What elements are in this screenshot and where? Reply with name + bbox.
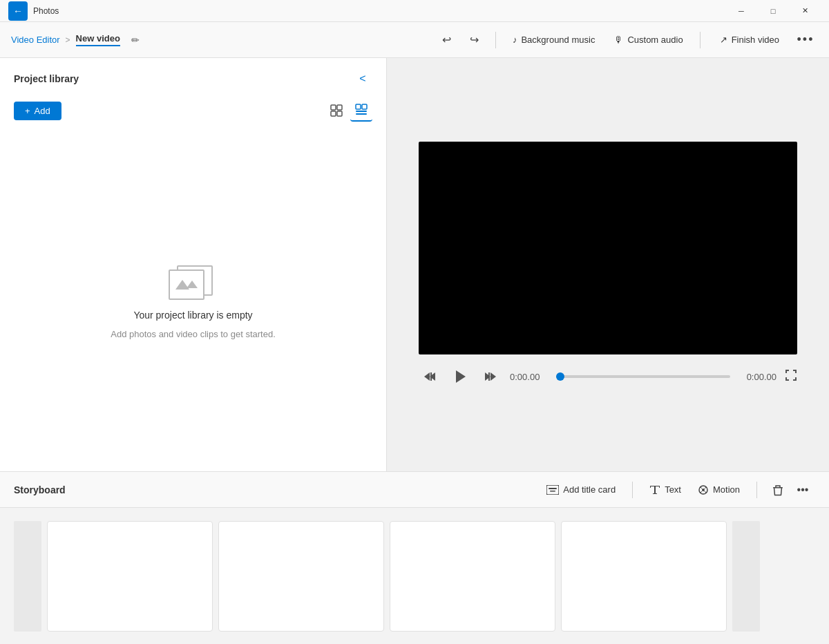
- list-icon: [355, 104, 368, 116]
- forward-icon: [484, 370, 497, 383]
- text-button[interactable]: Text: [641, 480, 689, 500]
- maximize-icon: □: [771, 7, 776, 15]
- svg-rect-6: [356, 111, 367, 112]
- storyboard-placeholder-right: [732, 521, 760, 632]
- add-media-button[interactable]: + Add: [14, 102, 61, 120]
- svg-rect-5: [362, 104, 367, 109]
- storyboard-more-button[interactable]: •••: [790, 477, 815, 502]
- storyboard-title: Storyboard: [14, 484, 66, 495]
- background-music-label: Background music: [521, 35, 595, 45]
- add-title-card-button[interactable]: Add title card: [538, 480, 624, 499]
- storyboard-card-4[interactable]: [561, 521, 727, 632]
- undo-icon: ↩: [442, 33, 451, 46]
- preview-panel: 0:00.00 0:00.00: [387, 58, 829, 471]
- svg-marker-12: [490, 372, 496, 381]
- svg-rect-2: [331, 111, 336, 116]
- breadcrumb-parent[interactable]: Video Editor: [11, 35, 60, 45]
- audio-icon: 🎙: [614, 35, 623, 45]
- minimize-button[interactable]: ─: [725, 0, 757, 22]
- custom-audio-label: Custom audio: [627, 35, 683, 45]
- storyboard-more-icon: •••: [797, 484, 809, 496]
- view-toggle: [325, 100, 372, 122]
- storyboard-card-3[interactable]: [390, 521, 555, 632]
- toolbar-actions: ↩ ↪ ♪ Background music 🎙 Custom audio ↗ …: [435, 28, 818, 53]
- add-label: Add: [35, 106, 50, 116]
- empty-state-title: Your project library is empty: [133, 310, 252, 321]
- finish-video-button[interactable]: ↗ Finish video: [709, 30, 790, 49]
- rewind-button[interactable]: [419, 366, 441, 388]
- video-preview: [419, 142, 797, 354]
- svg-rect-3: [337, 111, 342, 116]
- svg-rect-7: [356, 113, 367, 115]
- motion-label: Motion: [713, 484, 740, 495]
- storyboard-panel: Storyboard Add title card Text Motion: [0, 471, 829, 644]
- list-view-button[interactable]: [350, 100, 372, 122]
- library-empty-state: Your project library is empty Add photos…: [0, 130, 386, 471]
- title-bar: ← Photos ─ □ ✕: [0, 0, 829, 22]
- collapse-icon: <: [359, 73, 365, 85]
- svg-rect-0: [331, 105, 336, 110]
- progress-bar[interactable]: [556, 375, 730, 378]
- progress-thumb: [556, 372, 564, 381]
- toolbar: Video Editor > New video ✏ ↩ ↪ ♪ Backgro…: [0, 22, 829, 58]
- title-card-icon: [546, 485, 559, 495]
- maximize-button[interactable]: □: [757, 0, 789, 22]
- rewind-icon: [423, 370, 437, 383]
- more-icon: •••: [797, 32, 814, 47]
- fullscreen-button[interactable]: [785, 369, 797, 384]
- storyboard-divider-2: [756, 482, 757, 498]
- storyboard-divider-1: [632, 482, 633, 498]
- time-total: 0:00.00: [739, 372, 776, 382]
- svg-rect-17: [550, 491, 555, 492]
- breadcrumb: Video Editor > New video ✏: [11, 33, 140, 46]
- project-library-panel: Project library < + Add: [0, 58, 387, 471]
- app-name: Photos: [33, 6, 59, 16]
- text-label: Text: [665, 484, 681, 495]
- library-title: Project library: [14, 73, 79, 84]
- back-button[interactable]: ←: [8, 1, 28, 21]
- background-music-button[interactable]: ♪ Background music: [504, 30, 603, 49]
- grid-view-button[interactable]: [325, 100, 347, 122]
- motion-button[interactable]: Motion: [689, 480, 748, 500]
- time-current: 0:00.00: [510, 372, 548, 382]
- mountain-icon-right: [187, 281, 198, 288]
- svg-marker-11: [456, 370, 466, 383]
- toolbar-divider-1: [495, 32, 496, 48]
- custom-audio-button[interactable]: 🎙 Custom audio: [606, 30, 691, 49]
- play-button[interactable]: [449, 366, 471, 388]
- redo-button[interactable]: ↪: [462, 28, 487, 53]
- edit-title-icon[interactable]: ✏: [131, 35, 140, 46]
- storyboard-card-2[interactable]: [218, 521, 384, 632]
- toolbar-divider-2: [700, 32, 701, 48]
- add-icon: +: [25, 106, 30, 116]
- undo-button[interactable]: ↩: [435, 28, 459, 53]
- svg-rect-4: [356, 104, 361, 109]
- close-button[interactable]: ✕: [789, 0, 821, 22]
- grid-icon: [330, 104, 343, 117]
- minimize-icon: ─: [739, 7, 744, 15]
- fullscreen-icon: [785, 369, 797, 381]
- svg-rect-16: [549, 488, 557, 489]
- empty-media-icon: [169, 263, 218, 301]
- storyboard-card-1[interactable]: [47, 521, 213, 632]
- window-controls: ─ □ ✕: [725, 0, 821, 22]
- svg-point-19: [702, 489, 705, 491]
- svg-marker-8: [424, 372, 430, 381]
- close-icon: ✕: [802, 6, 808, 15]
- svg-rect-15: [546, 485, 559, 495]
- back-icon: ←: [13, 6, 23, 17]
- finish-video-label: Finish video: [732, 35, 779, 45]
- redo-icon: ↪: [470, 33, 479, 46]
- library-collapse-button[interactable]: <: [353, 69, 372, 88]
- play-icon: [452, 369, 468, 384]
- library-toolbar: + Add: [0, 97, 386, 130]
- storyboard-content: [0, 508, 829, 644]
- toolbar-more-button[interactable]: •••: [793, 28, 818, 53]
- media-icon-front: [169, 269, 204, 300]
- storyboard-placeholder-left: [14, 521, 41, 632]
- delete-button[interactable]: [765, 477, 790, 502]
- music-icon: ♪: [513, 35, 517, 45]
- library-header: Project library <: [0, 58, 386, 97]
- motion-icon: [698, 484, 709, 495]
- forward-button[interactable]: [479, 366, 502, 388]
